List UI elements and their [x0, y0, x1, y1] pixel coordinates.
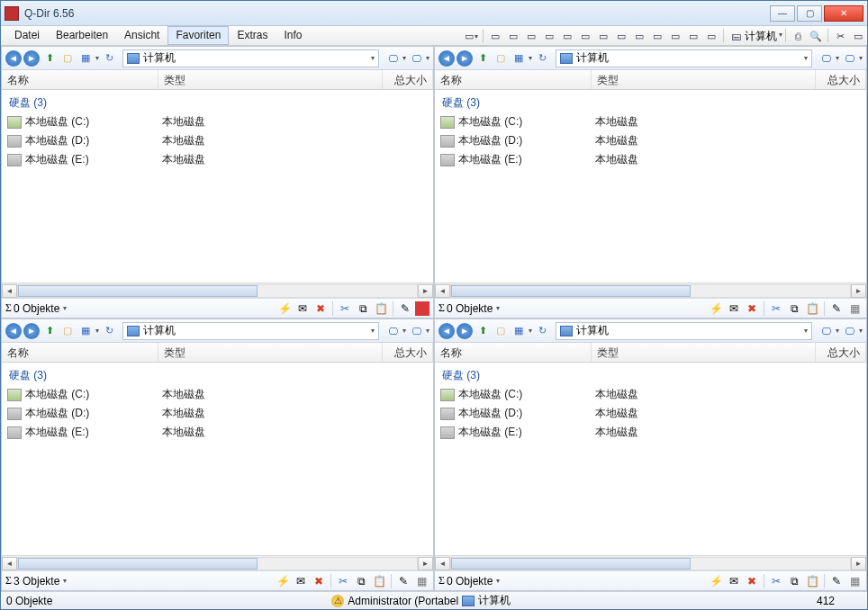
monitor-icon[interactable]: 🖵 — [384, 323, 401, 339]
mail-icon[interactable]: ✉ — [294, 301, 311, 317]
scroll-thumb[interactable] — [451, 558, 691, 570]
column-header[interactable]: 名称类型总大小 — [435, 70, 866, 90]
layout-icon[interactable]: ▭ — [487, 28, 503, 44]
drive-row[interactable]: 本地磁盘 (C:)本地磁盘 — [2, 112, 433, 131]
mail-icon[interactable]: ✉ — [293, 573, 309, 589]
col-size[interactable]: 总大小 — [816, 343, 866, 362]
delete-icon[interactable]: ✖ — [312, 301, 329, 317]
folder-icon[interactable]: ▢ — [59, 50, 76, 67]
maximize-button[interactable]: ▢ — [797, 5, 822, 22]
computer-label[interactable]: 计算机 — [745, 26, 779, 45]
col-type[interactable]: 类型 — [158, 70, 383, 89]
tools-icon[interactable]: ✂ — [832, 28, 848, 44]
file-list[interactable]: 硬盘 (3)本地磁盘 (C:)本地磁盘本地磁盘 (D:)本地磁盘本地磁盘 (E:… — [435, 363, 866, 555]
scroll-thumb[interactable] — [18, 285, 258, 297]
group-header[interactable]: 硬盘 (3) — [2, 364, 433, 385]
col-name[interactable]: 名称 — [435, 70, 592, 89]
layout-icon[interactable]: ▭ — [523, 28, 539, 44]
menu-file[interactable]: Datei — [6, 26, 48, 45]
forward-button[interactable]: ► — [457, 323, 473, 339]
layout-icon[interactable]: ▭ — [667, 28, 683, 44]
dropdown-icon[interactable]: ▾ — [371, 327, 375, 335]
menu-favorites[interactable]: Favoriten — [167, 26, 229, 45]
drive-row[interactable]: 本地磁盘 (D:)本地磁盘 — [435, 404, 866, 423]
grid-icon[interactable]: ▦ — [846, 301, 863, 317]
paste-icon[interactable]: 📋 — [373, 301, 389, 317]
drive-row[interactable]: 本地磁盘 (D:)本地磁盘 — [2, 404, 433, 423]
view-icon[interactable]: ▦ — [77, 323, 94, 339]
panel-icon[interactable]: ▭ — [850, 28, 866, 44]
col-size[interactable]: 总大小 — [383, 343, 433, 362]
group-header[interactable]: 硬盘 (3) — [435, 364, 866, 385]
layout-icon[interactable]: ▭ — [703, 28, 719, 44]
filter-icon[interactable]: ⚡ — [276, 301, 293, 317]
drive-row[interactable]: 本地磁盘 (D:)本地磁盘 — [435, 131, 866, 150]
h-scrollbar[interactable]: ◄► — [435, 283, 866, 298]
layout-icon[interactable]: ▭ — [613, 28, 629, 44]
drive-row[interactable]: 本地磁盘 (C:)本地磁盘 — [2, 385, 433, 404]
layout-icon[interactable]: ▭ — [685, 28, 701, 44]
h-scrollbar[interactable]: ◄► — [2, 555, 433, 570]
col-type[interactable]: 类型 — [158, 343, 383, 362]
scroll-track[interactable] — [17, 557, 418, 570]
folder-icon[interactable]: ▢ — [493, 323, 509, 339]
delete-icon[interactable]: ✖ — [744, 301, 760, 317]
copy-icon[interactable]: ⧉ — [786, 573, 802, 589]
dropdown-icon[interactable]: ▾ — [63, 304, 67, 312]
folder-icon[interactable]: ▢ — [493, 50, 509, 67]
dropdown-icon[interactable]: ▾ — [63, 577, 67, 585]
group-header[interactable]: 硬盘 (3) — [2, 92, 433, 112]
grid-icon[interactable]: ▦ — [413, 573, 429, 589]
dropdown-icon[interactable]: ▾ — [371, 54, 375, 62]
group-header[interactable]: 硬盘 (3) — [435, 92, 866, 112]
filter-icon[interactable]: ⚡ — [708, 573, 724, 589]
drive-row[interactable]: 本地磁盘 (E:)本地磁盘 — [2, 423, 433, 442]
layout-icon[interactable]: ▭ — [505, 28, 521, 44]
file-list[interactable]: 硬盘 (3)本地磁盘 (C:)本地磁盘本地磁盘 (D:)本地磁盘本地磁盘 (E:… — [435, 90, 866, 283]
monitor-icon[interactable]: 🖵 — [818, 50, 834, 67]
tree-icon[interactable]: 🖵 — [408, 323, 424, 339]
grid-icon[interactable]: ▦ — [846, 573, 863, 589]
scroll-thumb[interactable] — [18, 558, 258, 570]
delete-icon[interactable]: ✖ — [744, 573, 760, 589]
close-button[interactable]: ✕ — [824, 5, 863, 22]
minimize-button[interactable]: — — [770, 5, 795, 22]
up-icon[interactable]: ⬆ — [475, 50, 491, 67]
copy-icon[interactable]: ⧉ — [353, 573, 369, 589]
up-icon[interactable]: ⬆ — [41, 50, 58, 67]
menu-info[interactable]: Info — [276, 26, 310, 45]
tree-icon[interactable]: 🖵 — [841, 50, 857, 67]
up-icon[interactable]: ⬆ — [475, 323, 491, 339]
cut-icon[interactable]: ✂ — [768, 573, 784, 589]
refresh-icon[interactable]: ↻ — [101, 50, 117, 67]
folder-icon[interactable]: ▢ — [59, 323, 76, 339]
paste-icon[interactable]: 📋 — [804, 573, 820, 589]
layout-icon[interactable]: ▭ — [595, 28, 611, 44]
refresh-icon[interactable]: ↻ — [534, 323, 550, 339]
dropdown-icon[interactable]: ▾ — [804, 327, 808, 335]
drive-row[interactable]: 本地磁盘 (D:)本地磁盘 — [2, 131, 433, 150]
column-header[interactable]: 名称类型总大小 — [2, 343, 433, 363]
dropdown-icon[interactable]: ▾ — [779, 26, 782, 45]
paste-icon[interactable]: 📋 — [371, 573, 387, 589]
address-bar[interactable]: 计算机▾ — [556, 49, 812, 67]
tree-icon[interactable]: 🖵 — [841, 323, 857, 339]
edit-icon[interactable]: ✎ — [395, 573, 411, 589]
refresh-icon[interactable]: ↻ — [101, 323, 117, 339]
titlebar[interactable]: Q-Dir 6.56 — ▢ ✕ — [1, 1, 867, 26]
scroll-left-button[interactable]: ◄ — [2, 284, 17, 298]
print-icon[interactable]: ⎙ — [790, 28, 806, 44]
scroll-thumb[interactable] — [451, 285, 691, 297]
layout-icon[interactable]: ▭ — [559, 28, 575, 44]
back-button[interactable]: ◄ — [439, 323, 455, 339]
column-header[interactable]: 名称类型总大小 — [2, 70, 433, 90]
monitor-icon[interactable]: 🖵 — [384, 50, 401, 67]
h-scrollbar[interactable]: ◄► — [2, 283, 433, 298]
address-bar[interactable]: 计算机▾ — [556, 322, 812, 340]
drive-row[interactable]: 本地磁盘 (E:)本地磁盘 — [2, 150, 433, 169]
cut-icon[interactable]: ✂ — [337, 301, 353, 317]
drive-row[interactable]: 本地磁盘 (C:)本地磁盘 — [435, 112, 866, 131]
drive-icon[interactable]: 🖴 — [728, 28, 744, 44]
search-icon[interactable]: 🔍 — [808, 28, 824, 44]
col-type[interactable]: 类型 — [592, 343, 816, 362]
